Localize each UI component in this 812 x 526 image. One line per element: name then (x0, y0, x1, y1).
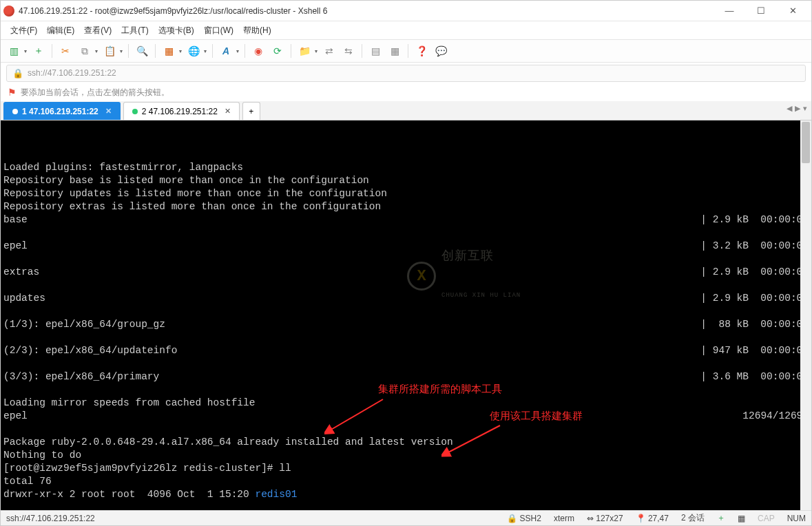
status-pos: 📍 27,47 (636, 514, 669, 523)
search-icon[interactable]: 🔍 (134, 43, 149, 59)
copy-icon[interactable]: ⧉ (77, 43, 92, 59)
terminal-line: updates| 2.9 kB 00:00:00 (3, 292, 809, 305)
scrollbar-thumb[interactable] (802, 122, 810, 163)
terminal-line: epel| 3.2 kB 00:00:00 (3, 240, 809, 253)
terminal-line: epel12694/12694 (3, 410, 809, 423)
terminal-line: (2/3): epel/x86_64/updateinfo| 947 kB 00… (3, 344, 809, 357)
terminal-line: Repository base is listed more than once… (3, 175, 369, 186)
close-tab-icon[interactable]: ✕ (105, 107, 112, 116)
menu-file[interactable]: 文件(F) (10, 25, 37, 36)
menu-tabs[interactable]: 选项卡(B) (158, 25, 194, 36)
close-tab-icon[interactable]: ✕ (225, 107, 231, 116)
status-bar: ssh://47.106.219.251:22 🔒 SSH2 xterm ⇔ 1… (1, 510, 811, 525)
annotation-1: 集群所搭建所需的脚本工具 (378, 383, 502, 396)
tab-prev-icon[interactable]: ◀ (787, 104, 792, 113)
menu-tools[interactable]: 工具(T) (121, 25, 148, 36)
terminal-line: Loaded plugins: fastestmirror, langpacks (3, 162, 243, 173)
menu-bar: 文件(F) 编辑(E) 查看(V) 工具(T) 选项卡(B) 窗口(W) 帮助(… (1, 21, 811, 39)
paste-icon[interactable]: 📋 (102, 43, 117, 59)
status-grid-icon[interactable]: ▦ (738, 514, 745, 523)
tab-label: 2 47.106.219.251:22 (142, 107, 218, 116)
scrollbar[interactable] (800, 120, 811, 510)
menu-edit[interactable]: 编辑(E) (47, 25, 74, 36)
terminal-line: (3/3): epel/x86_64/primary| 3.6 MB 00:00… (3, 370, 809, 383)
watermark: X 创新互联 CHUANG XIN HU LIAN (407, 224, 521, 328)
address-bar: 🔒 ssh://47.106.219.251:22 (1, 63, 811, 83)
terminal-line: [root@izwz9ef5sjam9pvfyiz26lz redis-clus… (3, 463, 291, 474)
terminal-line: base| 2.9 kB 00:00:00 (3, 213, 809, 227)
folder-icon[interactable]: 📁 (297, 43, 312, 59)
minimize-button[interactable]: ― (714, 1, 745, 21)
status-ssh: 🔒 SSH2 (507, 514, 541, 523)
hint-bar: ⚑ 要添加当前会话，点击左侧的箭头按钮。 (1, 83, 811, 101)
add-tab-button[interactable]: + (242, 102, 260, 120)
svg-line-0 (330, 399, 383, 430)
arrow-icon (324, 396, 386, 437)
panel-icon[interactable]: ▤ (368, 43, 383, 59)
status-sessions: 2 会话 (681, 512, 705, 524)
session-tab-1[interactable]: 1 47.106.219.251:22 ✕ (3, 102, 121, 120)
session-tab-2[interactable]: 2 47.106.219.251:22 ✕ (123, 102, 240, 120)
svg-line-1 (447, 425, 500, 453)
annotation-2: 使用该工具搭建集群 (490, 410, 583, 423)
status-term: xterm (554, 514, 574, 523)
terminal-line: drwxr-xr-x 2 root root 4096 Oct 1 15:20 … (3, 488, 809, 501)
save-icon[interactable]: ＋ (31, 43, 46, 59)
address-text: ssh://47.106.219.251:22 (28, 68, 116, 78)
close-button[interactable]: ✕ (777, 1, 809, 21)
address-input[interactable]: 🔒 ssh://47.106.219.251:22 (6, 65, 806, 82)
globe-icon[interactable]: 🌐 (186, 43, 201, 59)
grid-icon[interactable]: ▦ (387, 43, 402, 59)
sync-icon[interactable]: ⇆ (341, 43, 356, 59)
status-size: ⇔ 127x27 (587, 514, 623, 523)
red-icon[interactable]: ◉ (251, 43, 266, 59)
session-tabstrip: 1 47.106.219.251:22 ✕ 2 47.106.219.251:2… (1, 101, 811, 120)
toolbar: ▥▾ ＋ ✂ ⧉▾ 📋▾ 🔍 ▦▾ 🌐▾ A▾ ◉ ⟳ 📁▾ ⇄ ⇆ ▤ ▦ ❓… (1, 39, 811, 63)
status-dot-icon (132, 109, 138, 114)
menu-window[interactable]: 窗口(W) (204, 25, 233, 36)
help-icon[interactable]: ❓ (414, 43, 429, 59)
terminal[interactable]: X 创新互联 CHUANG XIN HU LIAN Loaded plugins… (1, 120, 811, 510)
terminal-line: (1/3): epel/x86_64/group_gz| 88 kB 00:00… (3, 318, 809, 331)
cut-icon[interactable]: ✂ (58, 43, 73, 59)
menu-view[interactable]: 查看(V) (84, 25, 112, 36)
flag-icon: ⚑ (8, 87, 17, 98)
terminal-line: total 76 (3, 476, 52, 487)
terminal-line: Repository updates is listed more than o… (3, 188, 387, 199)
window-titlebar: 47.106.219.251:22 - root@izwz9ef5sjam9pv… (1, 1, 811, 21)
status-num: NUM (787, 514, 806, 523)
status-plus-icon[interactable]: ＋ (717, 512, 725, 524)
window-title: 47.106.219.251:22 - root@izwz9ef5sjam9pv… (19, 6, 714, 16)
tab-menu-icon[interactable]: ▾ (803, 104, 807, 113)
maximize-button[interactable]: ☐ (745, 1, 777, 21)
terminal-line: Package ruby-2.0.0.648-29.4.al7.x86_64 a… (3, 436, 453, 448)
chat-icon[interactable]: 💬 (433, 43, 448, 59)
menu-help[interactable]: 帮助(H) (243, 25, 271, 36)
lock-icon: 🔒 (12, 68, 23, 78)
transfer-icon[interactable]: ⇄ (322, 43, 337, 59)
new-session-icon[interactable]: ▥ (6, 43, 21, 59)
arrow-icon (441, 422, 503, 460)
terminal-line: Loading mirror speeds from cached hostfi… (3, 397, 255, 408)
terminal-line: extras| 2.9 kB 00:00:00 (3, 266, 809, 279)
tab-next-icon[interactable]: ▶ (795, 104, 800, 113)
app-icon (3, 6, 14, 17)
terminal-line: Nothing to do (3, 450, 81, 461)
hint-text: 要添加当前会话，点击左侧的箭头按钮。 (21, 87, 169, 98)
layout-icon[interactable]: ▦ (161, 43, 176, 59)
tab-label: 1 47.106.219.251:22 (22, 107, 98, 116)
font-icon[interactable]: A (218, 43, 233, 59)
terminal-line: Repository extras is listed more than on… (3, 201, 381, 212)
status-address: ssh://47.106.219.251:22 (6, 514, 95, 523)
status-cap: CAP (758, 514, 775, 523)
status-dot-icon (12, 109, 18, 114)
refresh-icon[interactable]: ⟳ (270, 43, 285, 59)
